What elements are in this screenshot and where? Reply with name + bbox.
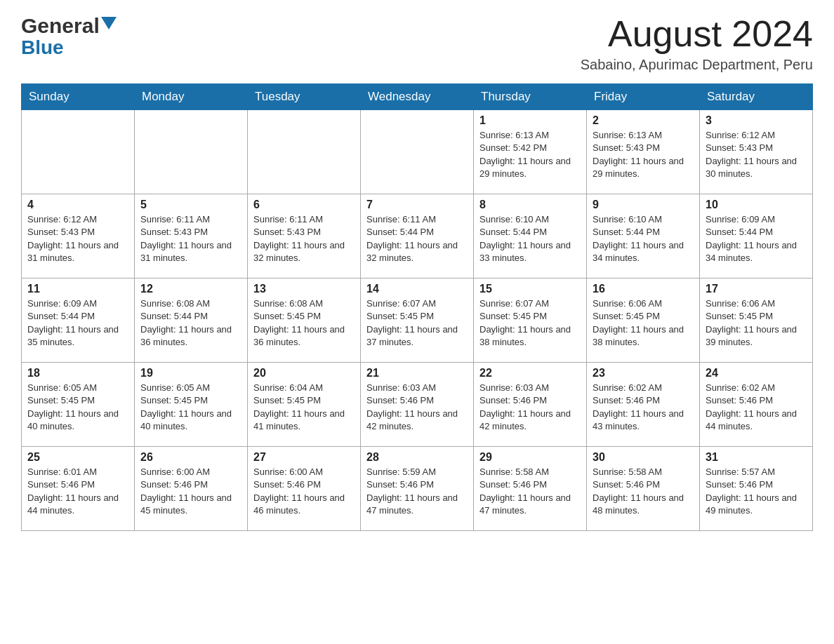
day-info: Sunrise: 6:06 AM Sunset: 5:45 PM Dayligh…	[706, 297, 807, 349]
calendar-day-header: Wednesday	[361, 84, 474, 110]
calendar-cell: 6Sunrise: 6:11 AM Sunset: 5:43 PM Daylig…	[248, 194, 361, 279]
calendar-week-row: 25Sunrise: 6:01 AM Sunset: 5:46 PM Dayli…	[22, 447, 813, 531]
day-info: Sunrise: 6:02 AM Sunset: 5:46 PM Dayligh…	[593, 382, 694, 433]
calendar-cell: 18Sunrise: 6:05 AM Sunset: 5:45 PM Dayli…	[22, 363, 135, 447]
day-info: Sunrise: 6:05 AM Sunset: 5:45 PM Dayligh…	[140, 382, 241, 433]
calendar-cell: 29Sunrise: 5:58 AM Sunset: 5:46 PM Dayli…	[474, 447, 587, 531]
day-number: 16	[593, 283, 694, 295]
day-info: Sunrise: 5:57 AM Sunset: 5:46 PM Dayligh…	[706, 466, 807, 517]
day-info: Sunrise: 6:13 AM Sunset: 5:42 PM Dayligh…	[479, 129, 581, 180]
day-info: Sunrise: 6:03 AM Sunset: 5:46 PM Dayligh…	[366, 382, 468, 433]
calendar-day-header: Thursday	[474, 84, 587, 110]
day-info: Sunrise: 6:13 AM Sunset: 5:43 PM Dayligh…	[593, 129, 694, 180]
day-number: 19	[140, 367, 241, 380]
location-text: Sabaino, Apurimac Department, Peru	[581, 57, 813, 73]
day-info: Sunrise: 6:12 AM Sunset: 5:43 PM Dayligh…	[27, 213, 128, 264]
day-number: 23	[593, 367, 694, 380]
day-number: 10	[706, 199, 807, 211]
day-info: Sunrise: 5:58 AM Sunset: 5:46 PM Dayligh…	[593, 466, 694, 517]
logo: General Blue	[21, 14, 117, 59]
calendar-cell: 5Sunrise: 6:11 AM Sunset: 5:43 PM Daylig…	[135, 194, 248, 279]
day-number: 13	[253, 283, 355, 295]
calendar-header-row: SundayMondayTuesdayWednesdayThursdayFrid…	[22, 84, 813, 110]
calendar-cell: 1Sunrise: 6:13 AM Sunset: 5:42 PM Daylig…	[474, 110, 587, 194]
calendar-week-row: 1Sunrise: 6:13 AM Sunset: 5:42 PM Daylig…	[22, 110, 813, 194]
day-info: Sunrise: 6:11 AM Sunset: 5:43 PM Dayligh…	[140, 213, 241, 264]
logo-general-text: General	[21, 14, 100, 38]
month-title: August 2024	[581, 14, 813, 54]
calendar-cell: 4Sunrise: 6:12 AM Sunset: 5:43 PM Daylig…	[22, 194, 135, 279]
day-number: 7	[366, 199, 468, 211]
calendar-cell: 26Sunrise: 6:00 AM Sunset: 5:46 PM Dayli…	[135, 447, 248, 531]
calendar-day-header: Tuesday	[248, 84, 361, 110]
day-number: 17	[706, 283, 807, 295]
calendar-cell: 7Sunrise: 6:11 AM Sunset: 5:44 PM Daylig…	[361, 194, 474, 279]
day-number: 27	[253, 451, 355, 464]
logo-blue-text: Blue	[21, 36, 64, 59]
day-info: Sunrise: 6:10 AM Sunset: 5:44 PM Dayligh…	[593, 213, 694, 264]
calendar-cell: 23Sunrise: 6:02 AM Sunset: 5:46 PM Dayli…	[587, 363, 700, 447]
day-info: Sunrise: 6:08 AM Sunset: 5:44 PM Dayligh…	[140, 297, 241, 349]
calendar-cell: 30Sunrise: 5:58 AM Sunset: 5:46 PM Dayli…	[587, 447, 700, 531]
day-info: Sunrise: 6:09 AM Sunset: 5:44 PM Dayligh…	[706, 213, 807, 264]
calendar-cell	[361, 110, 474, 194]
day-number: 20	[253, 367, 355, 380]
day-number: 3	[706, 114, 807, 127]
page-header: General Blue August 2024 Sabaino, Apurim…	[21, 14, 813, 73]
calendar-day-header: Saturday	[700, 84, 813, 110]
day-info: Sunrise: 6:10 AM Sunset: 5:44 PM Dayligh…	[479, 213, 581, 264]
calendar-cell: 15Sunrise: 6:07 AM Sunset: 5:45 PM Dayli…	[474, 279, 587, 363]
day-info: Sunrise: 6:11 AM Sunset: 5:43 PM Dayligh…	[253, 213, 355, 264]
day-info: Sunrise: 5:59 AM Sunset: 5:46 PM Dayligh…	[366, 466, 468, 517]
day-info: Sunrise: 6:12 AM Sunset: 5:43 PM Dayligh…	[706, 129, 807, 180]
logo-arrow-icon	[101, 17, 117, 32]
calendar-day-header: Sunday	[22, 84, 135, 110]
title-section: August 2024 Sabaino, Apurimac Department…	[581, 14, 813, 73]
calendar-cell: 16Sunrise: 6:06 AM Sunset: 5:45 PM Dayli…	[587, 279, 700, 363]
day-number: 14	[366, 283, 468, 295]
day-number: 11	[27, 283, 128, 295]
day-number: 9	[593, 199, 694, 211]
day-number: 26	[140, 451, 241, 464]
day-info: Sunrise: 6:04 AM Sunset: 5:45 PM Dayligh…	[253, 382, 355, 433]
day-info: Sunrise: 6:09 AM Sunset: 5:44 PM Dayligh…	[27, 297, 128, 349]
calendar-cell: 2Sunrise: 6:13 AM Sunset: 5:43 PM Daylig…	[587, 110, 700, 194]
calendar-cell: 22Sunrise: 6:03 AM Sunset: 5:46 PM Dayli…	[474, 363, 587, 447]
calendar-cell: 19Sunrise: 6:05 AM Sunset: 5:45 PM Dayli…	[135, 363, 248, 447]
calendar-cell: 14Sunrise: 6:07 AM Sunset: 5:45 PM Dayli…	[361, 279, 474, 363]
day-info: Sunrise: 6:11 AM Sunset: 5:44 PM Dayligh…	[366, 213, 468, 264]
calendar-cell: 11Sunrise: 6:09 AM Sunset: 5:44 PM Dayli…	[22, 279, 135, 363]
day-number: 5	[140, 199, 241, 211]
day-number: 4	[27, 199, 128, 211]
calendar-cell: 17Sunrise: 6:06 AM Sunset: 5:45 PM Dayli…	[700, 279, 813, 363]
day-number: 25	[27, 451, 128, 464]
calendar-day-header: Monday	[135, 84, 248, 110]
calendar-cell	[22, 110, 135, 194]
calendar-table: SundayMondayTuesdayWednesdayThursdayFrid…	[21, 83, 813, 531]
day-number: 21	[366, 367, 468, 380]
calendar-cell: 31Sunrise: 5:57 AM Sunset: 5:46 PM Dayli…	[700, 447, 813, 531]
day-info: Sunrise: 6:08 AM Sunset: 5:45 PM Dayligh…	[253, 297, 355, 349]
day-number: 8	[479, 199, 581, 211]
calendar-cell: 24Sunrise: 6:02 AM Sunset: 5:46 PM Dayli…	[700, 363, 813, 447]
day-info: Sunrise: 6:00 AM Sunset: 5:46 PM Dayligh…	[140, 466, 241, 517]
day-info: Sunrise: 6:00 AM Sunset: 5:46 PM Dayligh…	[253, 466, 355, 517]
calendar-cell	[248, 110, 361, 194]
day-number: 28	[366, 451, 468, 464]
day-info: Sunrise: 6:05 AM Sunset: 5:45 PM Dayligh…	[27, 382, 128, 433]
calendar-cell: 28Sunrise: 5:59 AM Sunset: 5:46 PM Dayli…	[361, 447, 474, 531]
calendar-cell: 21Sunrise: 6:03 AM Sunset: 5:46 PM Dayli…	[361, 363, 474, 447]
day-info: Sunrise: 6:03 AM Sunset: 5:46 PM Dayligh…	[479, 382, 581, 433]
calendar-cell: 12Sunrise: 6:08 AM Sunset: 5:44 PM Dayli…	[135, 279, 248, 363]
day-number: 12	[140, 283, 241, 295]
calendar-cell: 10Sunrise: 6:09 AM Sunset: 5:44 PM Dayli…	[700, 194, 813, 279]
day-info: Sunrise: 6:01 AM Sunset: 5:46 PM Dayligh…	[27, 466, 128, 517]
day-number: 22	[479, 367, 581, 380]
calendar-week-row: 4Sunrise: 6:12 AM Sunset: 5:43 PM Daylig…	[22, 194, 813, 279]
day-info: Sunrise: 6:07 AM Sunset: 5:45 PM Dayligh…	[366, 297, 468, 349]
day-number: 2	[593, 114, 694, 127]
day-number: 15	[479, 283, 581, 295]
calendar-week-row: 18Sunrise: 6:05 AM Sunset: 5:45 PM Dayli…	[22, 363, 813, 447]
day-info: Sunrise: 6:07 AM Sunset: 5:45 PM Dayligh…	[479, 297, 581, 349]
calendar-cell: 27Sunrise: 6:00 AM Sunset: 5:46 PM Dayli…	[248, 447, 361, 531]
